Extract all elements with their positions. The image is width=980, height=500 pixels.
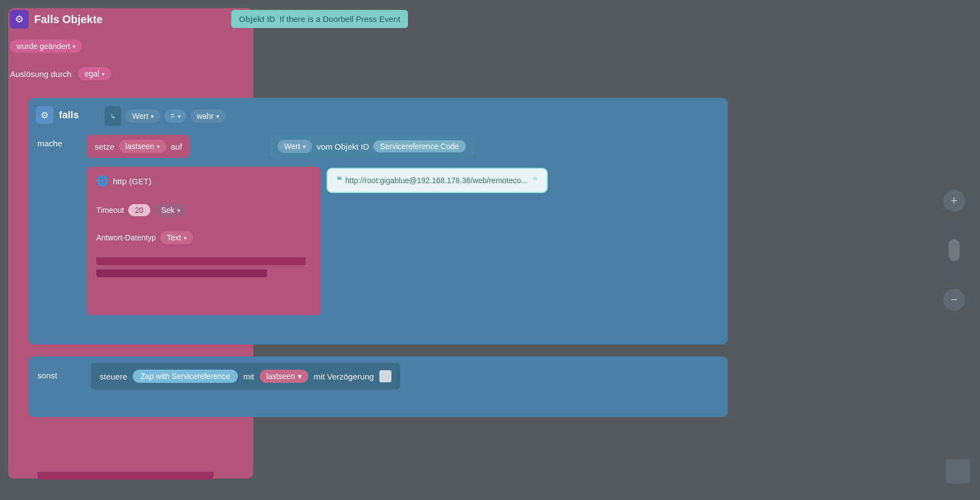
http-header: 🌐 http (GET) — [96, 175, 151, 187]
antwort-row: Antwort-Datentyp Text ▾ — [96, 231, 193, 244]
url-block[interactable]: ❝ http://root:gigablue@192.168.178.36/we… — [328, 169, 547, 192]
zoom-controls: + − — [942, 189, 966, 312]
mit2-label: mit Verzögerung — [314, 372, 374, 381]
url-text: http://root:gigablue@192.168.178.36/web/… — [345, 176, 527, 185]
main-gear-icon: ⚙ — [10, 10, 29, 29]
zap-pill[interactable]: Zap with Servicereference — [133, 370, 238, 383]
quote-close-icon: ❞ — [533, 175, 538, 186]
wahr-pill[interactable]: wahr ▾ — [190, 109, 226, 123]
objekt-id-value: If there is a Doorbell Press Event — [280, 14, 400, 24]
lastseen-sonst-pill[interactable]: lastseen ▾ — [260, 370, 308, 383]
main-bottom-tab — [37, 472, 214, 480]
timeout-row: Timeout 20 Sek ▾ — [96, 204, 187, 217]
header-row: ⚙ Falls Objekte — [10, 10, 103, 29]
falls-header: ⚙ falls — [36, 106, 79, 124]
wurde-row: wurde geändert ▾ — [10, 40, 82, 53]
equals-pill[interactable]: = ▾ — [165, 109, 186, 123]
verzogerung-checkbox[interactable] — [379, 370, 391, 382]
sonst-label: sonst — [37, 371, 57, 380]
text-pill[interactable]: Text ▾ — [160, 231, 193, 244]
zoom-out-button[interactable]: − — [942, 288, 966, 312]
antwort-label: Antwort-Datentyp — [96, 233, 156, 242]
wert-vom-pill[interactable]: Wert ▾ — [277, 140, 312, 153]
steuere-block: steuere Zap with Servicereference mit la… — [91, 363, 400, 389]
objekt-id-block[interactable]: Objekt ID If there is a Doorbell Press E… — [231, 10, 408, 28]
service-ref-value: Servicereference Code — [373, 140, 465, 152]
auf-label: auf — [171, 142, 182, 151]
steuere-label: steuere — [100, 372, 127, 381]
main-title: Falls Objekte — [34, 13, 103, 26]
vom-objekt-block: Wert ▾ vom Objekt ID Servicereference Co… — [270, 135, 473, 158]
wert-pill[interactable]: Wert ▾ — [126, 109, 160, 123]
falls-gear-icon: ⚙ — [36, 106, 53, 124]
setze-block: setze lastseen ▾ auf — [87, 135, 190, 158]
timeout-label: Timeout — [96, 206, 124, 215]
condition-row: ↳ Wert ▾ = ▾ wahr ▾ — [105, 106, 226, 126]
objekt-id-label: Objekt ID — [239, 14, 275, 24]
arrow-connector: ↳ — [105, 106, 121, 126]
puzzle-tab-1 — [96, 257, 306, 265]
auslosung-row: Auslösung durch egal ▾ — [10, 67, 111, 80]
zoom-in-button[interactable]: + — [942, 189, 966, 213]
globe-icon: 🌐 — [96, 175, 108, 187]
http-title: http (GET) — [113, 177, 151, 186]
lastseen-setze-pill[interactable]: lastseen ▾ — [119, 140, 166, 153]
sek-pill[interactable]: Sek ▾ — [155, 204, 187, 217]
falls-title: falls — [59, 109, 79, 121]
wurde-pill[interactable]: wurde geändert ▾ — [10, 40, 82, 53]
vom-label: vom Objekt ID — [317, 142, 369, 151]
setze-label: setze — [95, 142, 115, 151]
egal-pill[interactable]: egal ▾ — [78, 67, 111, 80]
zoom-slider-thumb[interactable] — [949, 239, 960, 261]
quote-open-icon: ❝ — [336, 174, 342, 186]
mache-label: mache — [37, 139, 62, 148]
timeout-value: 20 — [128, 204, 150, 216]
mit1-label: mit — [243, 372, 254, 381]
canvas: ⚙ Falls Objekte Objekt ID If there is a … — [0, 0, 980, 500]
grip-handle[interactable] — [946, 459, 970, 483]
auslosung-label: Auslösung durch — [10, 69, 72, 79]
puzzle-tab-2 — [96, 270, 267, 277]
zoom-slider-track[interactable] — [949, 217, 960, 283]
